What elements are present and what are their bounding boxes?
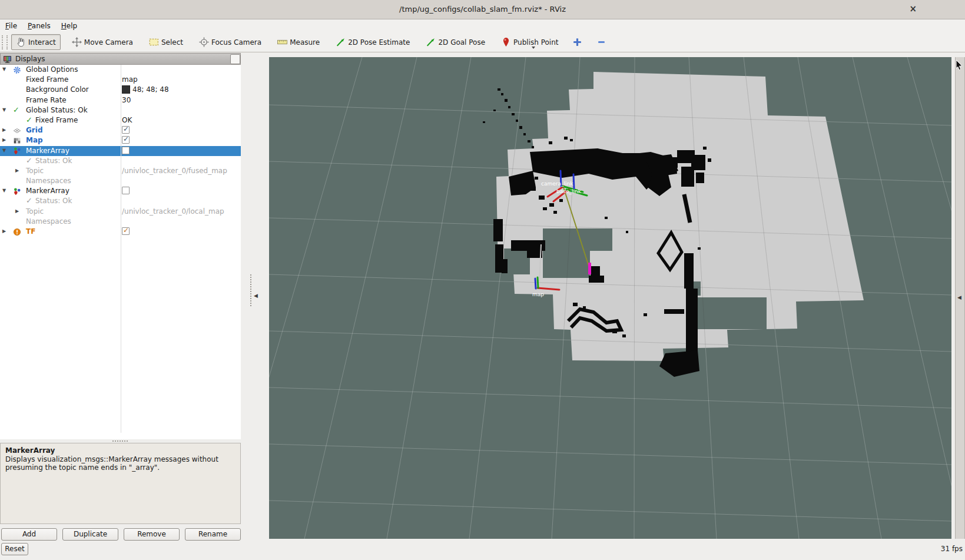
grid-icon [13,127,21,135]
tree-row-label: Frame Rate [26,96,67,104]
displays-panel-header[interactable]: Displays [0,53,241,65]
expander-open-icon[interactable]: ▼ [2,188,6,193]
remove-tool-button[interactable] [593,34,609,50]
tool-label: 2D Goal Pose [438,38,485,47]
enabled-checkbox-unchecked[interactable] [122,187,130,194]
pose-estimate-icon [336,37,346,47]
tree-row-label: Namespaces [26,217,71,226]
tree-row-label: Map [26,136,43,144]
tree-row-value[interactable]: ✓ [122,227,130,235]
reset-button[interactable]: Reset [1,543,28,555]
tree-row-value[interactable] [122,147,130,154]
description-text: Displays visualization_msgs::MarkerArray… [5,455,236,472]
tool-label: Measure [290,38,320,47]
tool-publish-point[interactable]: Publish Point [496,34,563,50]
close-icon[interactable]: × [909,4,917,14]
check-green-icon: ✓ [26,115,32,124]
tree-row-value: map [122,75,138,84]
expander-closed-icon[interactable]: ▶ [2,127,6,132]
enabled-checkbox-unchecked[interactable] [122,147,130,154]
titlebar[interactable]: /tmp/ug_configs/collab_slam_fm.rviz* - R… [0,0,965,19]
gear-icon [13,66,21,74]
occupancy-map [269,57,951,539]
tool-label: Move Camera [84,38,133,47]
toolbar-drag-handle[interactable] [2,35,8,49]
tree-row-label: Grid [26,126,42,134]
tool-move-camera[interactable]: Move Camera [67,34,138,50]
tree-row-label: TF [26,227,35,236]
select-box-icon [149,37,159,47]
expander-closed-icon[interactable]: ▶ [15,208,19,214]
add-tool-button[interactable] [569,34,585,50]
tree-row-label: Global Status: Ok [26,106,88,114]
render-scene: camera_link base_link map [269,57,951,539]
marker-array-icon [13,147,21,155]
expander-open-icon[interactable]: ▼ [2,107,6,112]
tree-row-label: Status: Ok [35,157,72,165]
tree-row-label: Topic [26,207,44,216]
menubar: FilePanelsHelp [0,19,965,32]
tf-label-camera-link: camera_link [541,181,573,187]
expander-open-icon[interactable]: ▼ [2,148,6,153]
collapse-left-arrow-icon[interactable]: ◀ [254,293,258,299]
menu-item-help[interactable]: Help [56,21,82,31]
expander-open-icon[interactable]: ▼ [2,67,6,72]
display-buttons-row: AddDuplicateRemoveRename [1,528,241,541]
enabled-checkbox-checked[interactable]: ✓ [122,136,130,144]
tree-row-value: 30 [122,96,131,104]
tf-label-base-link: base_link [556,188,582,194]
publish-point-icon [501,37,511,47]
tree-row-label: Global Options [26,65,78,74]
menu-item-file[interactable]: File [0,21,22,31]
tree-row-value[interactable]: ✓ [122,136,130,144]
menu-item-panels[interactable]: Panels [22,21,56,31]
tool-select[interactable]: Select [144,34,188,50]
tree-column-divider [121,65,121,433]
tool-measure[interactable]: Measure [273,34,324,50]
tool-options-caret-icon[interactable] [532,47,535,49]
check-gray-icon: ✓ [26,196,32,205]
tree-row-value: 48; 48; 48 [122,85,169,94]
plus-icon [572,37,582,47]
expander-closed-icon[interactable]: ▶ [2,137,6,143]
tree-row-label: Background Color [26,85,89,94]
displays-icon [3,55,12,64]
enabled-checkbox-checked[interactable]: ✓ [122,227,130,235]
collapse-right-arrow-icon[interactable]: ◀ [957,294,961,300]
check-green-icon: ✓ [13,105,19,114]
tool-label: Focus Camera [211,38,261,47]
enabled-checkbox-checked[interactable]: ✓ [122,126,130,134]
check-gray-icon: ✓ [26,156,32,165]
expander-closed-icon[interactable]: ▶ [15,168,19,173]
minus-icon [596,37,606,47]
remove-button[interactable]: Remove [124,528,180,541]
hand-icon [16,37,26,47]
move-camera-icon [72,37,82,47]
add-button[interactable]: Add [1,528,57,541]
tool-2d-goal-pose[interactable]: 2D Goal Pose [421,34,490,50]
marker-array-icon [13,187,21,195]
tree-row-value[interactable] [122,187,130,194]
expander-closed-icon[interactable]: ▶ [2,228,6,234]
tf-label-map: map [532,291,544,297]
toolbar: InteractMove CameraSelectFocus CameraMea… [0,32,965,52]
fps-label: 31 fps [941,545,963,553]
tool-label: Interact [28,38,56,47]
tool-interact[interactable]: Interact [11,34,61,50]
dock-splitter-handle[interactable] [250,274,251,306]
tree-row-label: Fixed Frame [26,75,68,84]
tree-row-value[interactable]: ✓ [122,126,130,134]
tool-focus-camera[interactable]: Focus Camera [194,34,266,50]
tree-row-label: Topic [26,167,44,175]
displays-panel-title: Displays [15,55,45,63]
tf-icon [13,228,21,236]
panel-float-button[interactable] [230,54,240,64]
focus-camera-icon [199,37,209,47]
description-panel: MarkerArray Displays visualization_msgs:… [0,443,241,524]
viewport-3d[interactable]: camera_link base_link map [269,57,951,539]
tree-row-value: /univloc_tracker_0/local_map [122,207,224,216]
rename-button[interactable]: Rename [185,528,241,541]
tool-2d-pose-estimate[interactable]: 2D Pose Estimate [331,34,414,50]
measure-icon [277,37,287,47]
duplicate-button[interactable]: Duplicate [62,528,118,541]
